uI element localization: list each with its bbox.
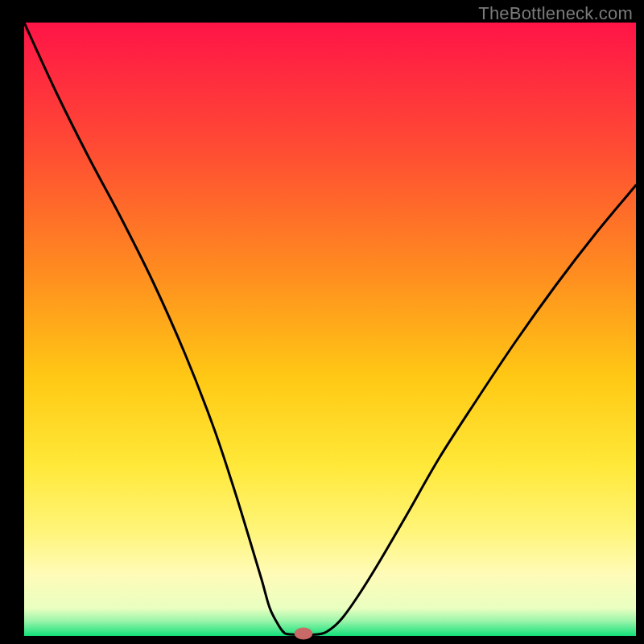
plot-background — [24, 23, 636, 636]
watermark-text: TheBottleneck.com — [478, 3, 633, 24]
optimal-marker — [295, 628, 312, 639]
chart-svg — [0, 0, 644, 644]
chart-stage: TheBottleneck.com — [0, 0, 644, 644]
